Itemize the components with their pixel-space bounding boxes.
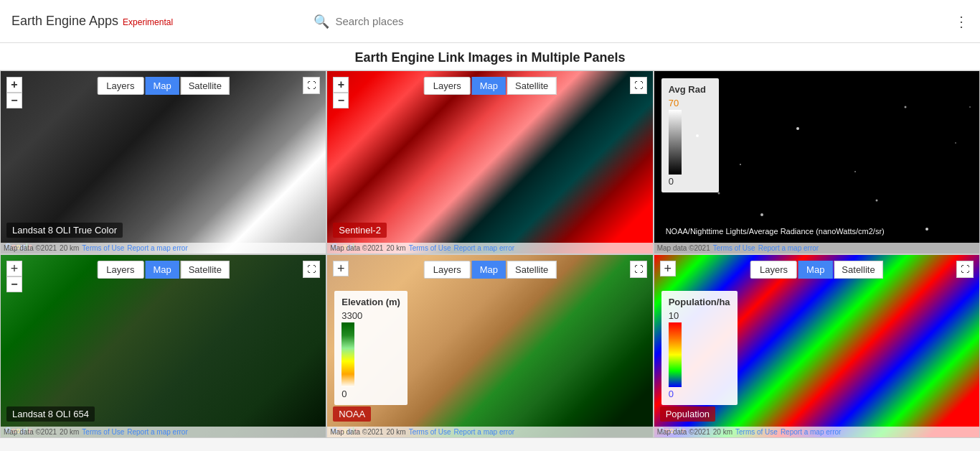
zoom-controls-2: + −	[333, 77, 349, 108]
fullscreen-btn-2[interactable]: ⛶	[630, 77, 647, 94]
map-type-map-1[interactable]: Map	[145, 77, 179, 95]
scale-1: 20 km	[60, 244, 79, 252]
layer-label-2: Sentinel-2	[333, 223, 387, 238]
svg-point-8	[740, 164, 741, 165]
report-4[interactable]: Report a map error	[127, 428, 187, 436]
layers-btn-2[interactable]: Layers	[424, 77, 471, 95]
terms-3[interactable]: Terms of Use	[713, 244, 755, 252]
legend-avgrad: Avg Rad 70 0	[661, 78, 719, 192]
legend-elevation: Elevation (m) 3300 0	[334, 291, 407, 405]
map-panel-3: Avg Rad 70 0 NOAA/Nighttime Lights/Avera…	[654, 70, 980, 254]
zoom-controls-1: + −	[6, 77, 22, 108]
layers-btn-4[interactable]: Layers	[97, 261, 143, 279]
map-type-satellite-1[interactable]: Satellite	[181, 77, 230, 95]
zoom-out-1[interactable]: −	[6, 93, 22, 108]
report-6[interactable]: Report a map error	[781, 428, 841, 436]
map-panel-6: + Layers Map Satellite ⛶ Population/ha 1…	[654, 254, 980, 438]
legend-title-6: Population/ha	[669, 297, 730, 307]
terms-2[interactable]: Terms of Use	[409, 244, 451, 252]
layers-btn-1[interactable]: Layers	[97, 77, 143, 95]
zoom-in-1[interactable]: +	[6, 77, 22, 93]
map-type-satellite-4[interactable]: Satellite	[181, 261, 230, 279]
map-type-map-6[interactable]: Map	[798, 261, 832, 279]
terms-6[interactable]: Terms of Use	[735, 428, 778, 436]
plus-btn-5[interactable]: +	[333, 261, 349, 276]
scale-2: 20 km	[386, 244, 405, 252]
search-icon: 🔍	[314, 14, 329, 29]
map-top-bar-5: Layers Map Satellite	[424, 261, 557, 279]
map-type-map-2[interactable]: Map	[472, 77, 506, 95]
map-panel-4: + − Layers Map Satellite ⛶ Landsat 8 OLI…	[0, 254, 326, 438]
legend-bottom-5: 0	[341, 389, 400, 399]
svg-point-1	[904, 106, 906, 108]
fullscreen-btn-5[interactable]: ⛶	[630, 261, 647, 278]
map-bottom-bar-5: Map data ©2021 20 km Terms of Use Report…	[327, 427, 652, 437]
zoom-out-4[interactable]: −	[6, 276, 22, 292]
scale-6: 20 km	[713, 428, 732, 436]
svg-point-3	[760, 213, 763, 216]
svg-point-11	[969, 106, 971, 108]
more-options-icon[interactable]: ⋮	[954, 13, 969, 30]
search-input[interactable]	[335, 15, 622, 27]
layers-btn-5[interactable]: Layers	[424, 261, 471, 279]
map-top-bar-1: Layers Map Satellite	[97, 77, 230, 95]
legend-title-5: Elevation (m)	[341, 297, 400, 307]
map-data-6: Map data ©2021	[657, 428, 710, 436]
legend-population: Population/ha 10 0	[661, 291, 738, 405]
zoom-in-4[interactable]: +	[6, 261, 22, 276]
svg-point-6	[925, 228, 928, 231]
map-bottom-bar-6: Map data ©2021 20 km Terms of Use Report…	[654, 427, 979, 437]
terms-5[interactable]: Terms of Use	[409, 428, 451, 436]
map-bottom-bar-4: Map data ©2021 20 km Terms of Use Report…	[1, 427, 326, 437]
map-bottom-bar-1: Map data ©2021 20 km Terms of Use Report…	[1, 243, 326, 254]
svg-point-4	[875, 200, 877, 202]
report-2[interactable]: Report a map error	[454, 244, 514, 252]
svg-point-0	[796, 127, 799, 130]
map-data-4: Map data ©2021	[4, 428, 57, 436]
scale-4: 20 km	[60, 428, 79, 436]
legend-gradient-3	[669, 110, 682, 175]
map-bottom-bar-2: Map data ©2021 20 km Terms of Use Report…	[327, 243, 652, 254]
layer-label-5: NOAA	[333, 406, 371, 422]
zoom-in-2[interactable]: +	[333, 77, 349, 93]
scale-5: 20 km	[386, 428, 405, 436]
experimental-badge: Experimental	[123, 17, 173, 27]
map-data-1: Map data ©2021	[4, 244, 57, 252]
plus-btn-6-wrap: +	[660, 261, 676, 276]
legend-top-3: 70	[669, 98, 712, 108]
plus-btn-6[interactable]: +	[660, 261, 676, 276]
page-title: Earth Engine Link Images in Multiple Pan…	[0, 43, 980, 70]
report-1[interactable]: Report a map error	[127, 244, 187, 252]
svg-point-10	[717, 192, 720, 195]
legend-top-5: 3300	[341, 310, 400, 321]
report-5[interactable]: Report a map error	[454, 428, 514, 436]
legend-top-6: 10	[669, 310, 730, 321]
map-type-satellite-5[interactable]: Satellite	[507, 261, 556, 279]
zoom-out-2[interactable]: −	[333, 93, 349, 108]
report-3[interactable]: Report a map error	[758, 244, 819, 252]
fullscreen-btn-4[interactable]: ⛶	[303, 261, 320, 278]
map-bottom-bar-3: Map data ©2021 Terms of Use Report a map…	[654, 243, 979, 254]
map-type-map-5[interactable]: Map	[472, 261, 506, 279]
terms-4[interactable]: Terms of Use	[82, 428, 124, 436]
layers-btn-6[interactable]: Layers	[750, 261, 797, 279]
map-data-5: Map data ©2021	[330, 428, 383, 436]
terms-1[interactable]: Terms of Use	[82, 244, 124, 252]
zoom-controls-4: + −	[6, 261, 22, 292]
svg-point-2	[854, 171, 856, 172]
map-type-map-4[interactable]: Map	[145, 261, 179, 279]
map-data-3: Map data ©2021	[657, 244, 710, 252]
fullscreen-btn-6[interactable]: ⛶	[956, 261, 974, 278]
legend-title-3: Avg Rad	[669, 84, 712, 95]
layer-label-1: Landsat 8 OLI True Color	[6, 223, 123, 238]
fullscreen-btn-1[interactable]: ⛶	[303, 77, 320, 94]
map-type-satellite-6[interactable]: Satellite	[834, 261, 882, 279]
map-top-bar-2: Layers Map Satellite	[424, 77, 557, 95]
legend-bottom-3: 0	[669, 176, 712, 187]
layer-label-4: Landsat 8 OLI 654	[6, 406, 95, 422]
app-title: Earth Engine Apps	[11, 14, 118, 29]
map-type-satellite-2[interactable]: Satellite	[507, 77, 556, 95]
map-panel-5: + Layers Map Satellite ⛶ Elevation (m) 3…	[326, 254, 653, 438]
map-panel-1: + − Layers Map Satellite ⛶ Landsat 8 OLI…	[0, 70, 326, 254]
svg-point-5	[955, 142, 956, 144]
